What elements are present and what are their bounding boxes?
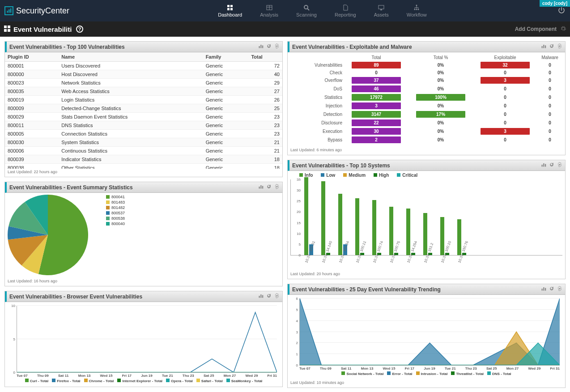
legend-item[interactable]: Critical <box>397 173 417 178</box>
col-header[interactable]: Plugin ID <box>5 52 59 62</box>
bar-group[interactable]: 10.31...150.76 <box>457 219 466 255</box>
matrix-badge[interactable]: 89 <box>352 62 401 68</box>
help-icon[interactable]: ? <box>76 26 83 33</box>
chart-icon[interactable] <box>258 184 264 191</box>
svg-point-16 <box>416 9 417 10</box>
chart-icon[interactable] <box>541 43 546 50</box>
bar-group[interactable]: 10.31...14.140 <box>321 181 330 255</box>
bar-group[interactable]: 10.31...100.74 <box>372 200 381 255</box>
matrix-badge[interactable]: 3147 <box>352 111 401 118</box>
legend-item[interactable]: Internet Explorer - Total <box>117 379 162 383</box>
legend-item[interactable]: DNS - Total <box>487 371 511 376</box>
chart-icon[interactable] <box>258 293 264 300</box>
nav-reporting[interactable]: Reporting <box>335 4 356 17</box>
legend-item[interactable]: Opera - Total <box>166 379 193 383</box>
gear-icon[interactable] <box>557 43 562 50</box>
table-row[interactable]: 800038Other StatisticsGeneric18 <box>5 164 282 169</box>
table-row[interactable]: 800005Connection StatisticsGeneric23 <box>5 130 282 138</box>
nav-analysis[interactable]: Analysis <box>260 4 278 17</box>
nav-dashboard[interactable]: Dashboard <box>218 4 242 17</box>
bar-group[interactable]: 10.31...100.75 <box>389 207 398 255</box>
user-badge[interactable]: cody [cody] <box>540 0 570 7</box>
refresh-icon[interactable] <box>266 293 272 300</box>
matrix-rowlabel: Vulnerabilities <box>290 61 344 69</box>
legend-item[interactable]: High <box>374 173 389 178</box>
matrix-badge[interactable]: 46 <box>352 85 401 92</box>
matrix-badge[interactable]: 17972 <box>352 94 401 101</box>
matrix-badge[interactable]: 3 <box>352 102 401 109</box>
chart-icon[interactable] <box>541 162 546 169</box>
nav-scanning[interactable]: Scanning <box>296 4 317 17</box>
col-header[interactable]: Name <box>59 52 203 62</box>
bar <box>440 217 444 255</box>
table-row[interactable]: 800029Stats Daemon Event StatisticsGener… <box>5 113 282 121</box>
legend-item[interactable]: Safari - Total <box>196 379 223 383</box>
refresh-icon[interactable] <box>549 162 554 169</box>
legend-item[interactable]: Error - Total <box>387 371 412 376</box>
table-row[interactable]: 800039Indicator StatisticsGeneric18 <box>5 155 282 164</box>
table-row[interactable]: 800023Network StatisticsGeneric29 <box>5 79 282 87</box>
matrix-rowlabel: Execution <box>290 127 344 136</box>
matrix-badge[interactable]: 100% <box>416 94 465 101</box>
gear-icon[interactable] <box>274 43 280 50</box>
legend-item[interactable]: Chrome - Total <box>84 379 114 383</box>
col-header[interactable]: Family <box>203 52 249 62</box>
gear-icon[interactable] <box>557 162 562 169</box>
legend-item[interactable]: 800041 <box>106 195 125 199</box>
gear-icon[interactable] <box>557 286 562 293</box>
bar-group[interactable]: 10.31...100.10 <box>440 217 449 255</box>
app-name: SecurityCenter <box>16 6 69 16</box>
matrix-badge[interactable]: 37 <box>352 77 401 84</box>
bar-group[interactable]: 10.31...151.2 <box>423 213 432 255</box>
matrix-badge[interactable]: 32 <box>481 62 530 68</box>
refresh-icon[interactable] <box>549 286 554 293</box>
legend-item[interactable]: 800538 <box>106 216 125 221</box>
nav-assets[interactable]: Assets <box>374 4 389 17</box>
matrix-badge[interactable]: 3 <box>481 128 530 135</box>
gear-icon[interactable] <box>560 26 566 33</box>
refresh-icon[interactable] <box>549 43 554 50</box>
legend-item[interactable]: 800537 <box>106 211 125 215</box>
app-logo[interactable]: SecurityCenter <box>4 6 69 16</box>
add-component-button[interactable]: Add Component <box>515 26 557 32</box>
legend-item[interactable]: Firefox - Total <box>52 379 80 383</box>
refresh-icon[interactable] <box>266 184 272 191</box>
legend-item[interactable]: SeaMonkey - Total <box>226 379 263 383</box>
table-row[interactable]: 800030System StatisticsGeneric21 <box>5 138 282 147</box>
nav-workflow[interactable]: Workflow <box>407 4 427 17</box>
legend-item[interactable]: Medium <box>343 173 366 178</box>
legend-item[interactable]: Intrusion - Total <box>416 371 448 376</box>
table-row[interactable]: 800001Users DiscoveredGeneric72 <box>5 62 282 70</box>
bar-group[interactable]: 10.31...104.34 <box>338 194 347 255</box>
bar-group[interactable]: 10.31...100.31 <box>304 177 313 255</box>
legend-item[interactable]: Curl - Total <box>25 379 49 383</box>
matrix-badge[interactable]: 2 <box>352 136 401 143</box>
line-series[interactable] <box>17 312 277 372</box>
panel-top10: Event Vulnerabilities - Top 10 Systems I… <box>287 160 566 279</box>
matrix-badge[interactable]: 30 <box>352 128 401 135</box>
col-header[interactable]: Total <box>248 52 282 62</box>
gear-icon[interactable] <box>274 184 280 191</box>
legend-item[interactable]: Low <box>321 173 335 178</box>
bar-group[interactable]: 10.31...100.11 <box>355 198 364 255</box>
table-row[interactable]: 800006Continuous StatisticsGeneric21 <box>5 147 282 155</box>
table-row[interactable]: 800019Login StatisticsGeneric26 <box>5 96 282 104</box>
table-row[interactable]: 800035Web Access StatisticsGeneric27 <box>5 87 282 96</box>
table-row[interactable]: 800011DNS StatisticsGeneric23 <box>5 121 282 130</box>
matrix-badge[interactable]: 3 <box>481 77 530 84</box>
legend-item[interactable]: 801483 <box>106 200 125 205</box>
gear-icon[interactable] <box>274 293 280 300</box>
legend-item[interactable]: 800040 <box>106 222 125 226</box>
refresh-icon[interactable] <box>266 43 272 50</box>
matrix-badge[interactable]: 17% <box>416 111 465 118</box>
legend-item[interactable]: Threatlist - Total <box>451 371 484 376</box>
table-row[interactable]: 800009Detected-Change StatisticsGeneric2… <box>5 104 282 113</box>
chart-icon[interactable] <box>541 286 546 293</box>
legend-item[interactable]: Social Network - Total <box>341 371 383 376</box>
table-row[interactable]: 800000Host DiscoveredGeneric40 <box>5 70 282 79</box>
bar-group[interactable]: 10.31...14.254 <box>406 209 415 255</box>
matrix-badge[interactable]: 22 <box>352 119 401 126</box>
power-button[interactable] <box>557 6 566 15</box>
chart-icon[interactable] <box>258 43 264 50</box>
legend-item[interactable]: 801482 <box>106 205 125 210</box>
